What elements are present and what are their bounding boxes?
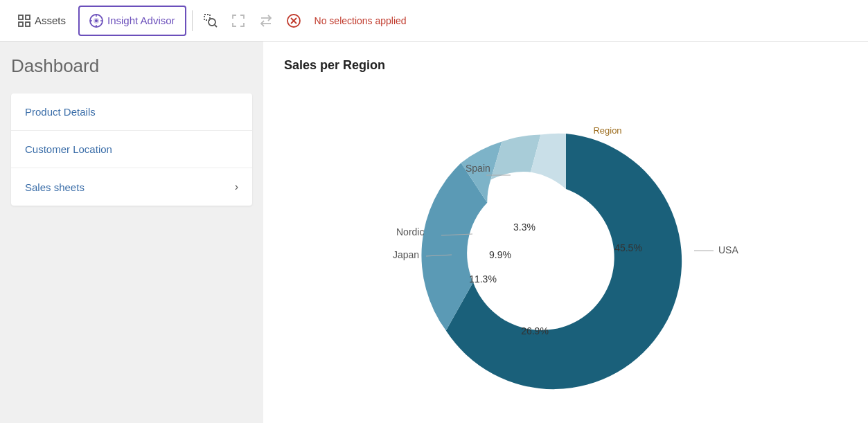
dashboard-title: Dashboard (11, 55, 252, 77)
percent-spain: 3.3% (513, 222, 535, 233)
percent-nordic: 9.9% (489, 249, 511, 260)
swap-button[interactable] (254, 8, 278, 33)
left-panel: Dashboard Product Details Customer Locat… (0, 42, 263, 423)
donut-chart: 45.5% 26.9% 11.3% 9.9% 3.3% USA Japan No… (330, 75, 801, 414)
nav-customer-location-label: Customer Location (25, 143, 112, 155)
nav-assets[interactable]: Assets (8, 6, 76, 36)
clear-selections-button[interactable] (281, 8, 306, 33)
nav-sales-sheets[interactable]: Sales sheets › (11, 168, 252, 206)
label-spain: Spain (466, 163, 490, 174)
label-usa: USA (718, 244, 738, 255)
svg-rect-2 (19, 22, 23, 26)
svg-rect-0 (19, 15, 23, 19)
label-japan: Japan (393, 249, 419, 260)
percent-japan: 11.3% (469, 273, 497, 285)
chart-title: Sales per Region (284, 58, 847, 73)
nav-divider (192, 10, 193, 31)
topbar: Assets Insight Advisor (0, 0, 868, 42)
svg-rect-3 (26, 22, 30, 26)
assets-label: Assets (35, 15, 66, 26)
insight-advisor-icon (89, 14, 103, 28)
sheet-nav-list: Product Details Customer Location Sales … (11, 93, 252, 206)
nav-customer-location[interactable]: Customer Location (11, 131, 252, 168)
expand-button[interactable] (226, 8, 251, 33)
chevron-right-icon: › (235, 181, 238, 193)
segment-nordic[interactable] (490, 134, 540, 179)
nav-product-details-label: Product Details (25, 106, 96, 118)
nav-sales-sheets-label: Sales sheets (25, 181, 85, 193)
svg-point-12 (209, 19, 215, 26)
svg-rect-11 (204, 15, 210, 20)
svg-line-13 (215, 25, 217, 27)
assets-icon (18, 15, 30, 27)
label-nordic: Nordic (396, 226, 424, 237)
chart-container: 45.5% 26.9% 11.3% 9.9% 3.3% USA Japan No… (284, 84, 847, 404)
percent-usa: 45.5% (614, 242, 642, 253)
region-legend-label: Region (593, 125, 621, 136)
percent-bottom: 26.9% (521, 325, 549, 336)
insight-advisor-label: Insight Advisor (107, 15, 175, 26)
no-selections-text: No selections applied (315, 15, 407, 26)
nav-product-details[interactable]: Product Details (11, 93, 252, 131)
main-content: Dashboard Product Details Customer Locat… (0, 42, 868, 423)
svg-rect-1 (26, 15, 30, 19)
svg-point-6 (95, 19, 98, 22)
nav-insight-advisor[interactable]: Insight Advisor (78, 6, 186, 36)
smart-search-button[interactable] (198, 8, 223, 33)
right-panel: Sales per Region 4 (263, 42, 868, 423)
